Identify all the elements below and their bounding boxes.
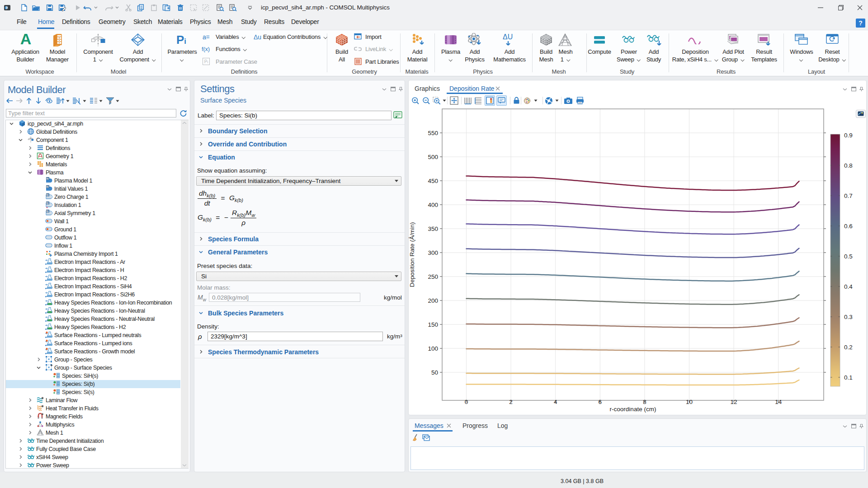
svg-text:0.5: 0.5: [844, 253, 853, 260]
svg-text:0.3: 0.3: [844, 314, 853, 320]
svg-text:6: 6: [599, 399, 602, 405]
svg-text:550: 550: [428, 130, 438, 136]
svg-text:4: 4: [554, 399, 557, 405]
svg-text:100: 100: [428, 345, 438, 352]
svg-text:ΔU: ΔU: [503, 33, 513, 41]
svg-text:0.7: 0.7: [844, 192, 853, 199]
svg-text:200: 200: [428, 297, 438, 304]
svg-text:D: D: [47, 185, 49, 188]
svg-text:450: 450: [428, 178, 438, 184]
svg-text:D: D: [47, 193, 49, 196]
svg-text:500: 500: [428, 154, 438, 160]
svg-text:50: 50: [431, 369, 438, 376]
svg-text:12: 12: [731, 399, 737, 405]
svg-text:r-coordinate (cm): r-coordinate (cm): [610, 406, 656, 413]
svg-text:350: 350: [428, 225, 438, 232]
svg-text:D: D: [47, 177, 49, 180]
svg-text:150: 150: [428, 321, 438, 328]
svg-text:0.9: 0.9: [844, 132, 853, 139]
svg-text:10: 10: [686, 399, 693, 405]
svg-text:0.1: 0.1: [844, 374, 853, 381]
svg-text:0: 0: [465, 399, 468, 405]
svg-text:D: D: [47, 210, 49, 212]
svg-text:14: 14: [775, 399, 782, 405]
svg-text:D: D: [47, 202, 49, 204]
svg-text:Deposition Rate (Å/min): Deposition Rate (Å/min): [409, 222, 415, 287]
svg-text:250: 250: [428, 273, 438, 280]
svg-text:0.8: 0.8: [844, 162, 853, 169]
svg-text:300: 300: [428, 249, 438, 256]
svg-text:0.6: 0.6: [844, 223, 853, 230]
svg-text:2: 2: [509, 399, 513, 405]
svg-text:8: 8: [643, 399, 646, 405]
svg-text:400: 400: [428, 202, 438, 208]
svg-text:0.4: 0.4: [844, 283, 853, 290]
svg-text:0.2: 0.2: [844, 344, 853, 351]
